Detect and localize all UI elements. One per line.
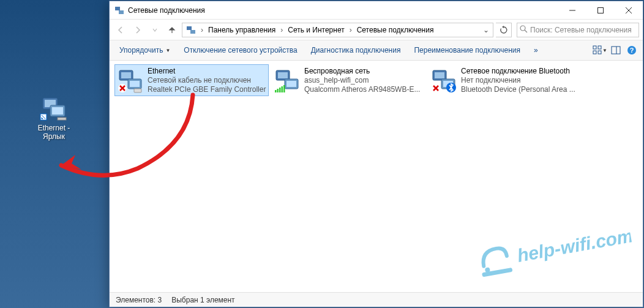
content-area[interactable]: Ethernet Сетевой кабель не подключен Rea…: [110, 61, 643, 292]
window-title: Сетевые подключения: [128, 6, 205, 15]
network-adapter-icon: [39, 92, 69, 121]
diagnose-button[interactable]: Диагностика подключения: [305, 42, 407, 59]
svg-rect-3: [52, 107, 63, 115]
connection-device: Bluetooth Device (Personal Area ...: [461, 85, 580, 94]
svg-rect-12: [187, 26, 192, 30]
svg-rect-27: [130, 81, 140, 87]
svg-rect-31: [134, 89, 141, 92]
shortcut-label: Ethernet - Ярлык: [31, 124, 77, 141]
preview-pane-button[interactable]: [608, 43, 623, 58]
svg-rect-6: [115, 7, 120, 10]
network-connections-window: Сетевые подключения › Пане: [109, 1, 643, 307]
connection-wifi[interactable]: Беспроводная сеть asus_help-wifi_com Qua…: [271, 64, 425, 96]
connection-name: Ethernet: [148, 67, 266, 76]
status-bar: Элементов: 3 Выбран 1 элемент: [110, 292, 643, 307]
svg-rect-13: [190, 30, 195, 34]
svg-rect-38: [279, 88, 281, 92]
up-button[interactable]: [165, 23, 179, 37]
svg-rect-36: [275, 90, 277, 92]
refresh-button[interactable]: [496, 23, 512, 37]
bluetooth-adapter-icon: [430, 67, 457, 94]
search-placeholder: Поиск: Сетевые подключения: [530, 26, 632, 34]
maximize-button[interactable]: [586, 1, 615, 19]
close-button[interactable]: [615, 1, 643, 19]
chevron-down-icon: ▼: [602, 48, 607, 53]
chevron-right-icon[interactable]: ›: [348, 26, 353, 34]
minimize-button[interactable]: [558, 1, 586, 19]
svg-rect-17: [598, 46, 601, 49]
breadcrumb-bar[interactable]: › Панель управления › Сеть и Интернет › …: [182, 23, 493, 37]
connection-name: Беспроводная сеть: [304, 67, 423, 76]
svg-rect-35: [286, 81, 296, 87]
connection-status: asus_help-wifi_com: [304, 76, 423, 85]
svg-rect-20: [612, 47, 620, 54]
back-button[interactable]: [113, 23, 128, 37]
recent-dropdown[interactable]: [148, 23, 162, 37]
svg-rect-39: [282, 86, 283, 92]
svg-rect-37: [277, 89, 279, 92]
status-element-count: Элементов: 3: [116, 296, 162, 304]
forward-button[interactable]: [130, 23, 145, 37]
connection-ethernet[interactable]: Ethernet Сетевой кабель не подключен Rea…: [114, 64, 269, 96]
svg-rect-40: [283, 85, 285, 92]
breadcrumb-network-internet[interactable]: Сеть и Интернет: [285, 23, 346, 37]
address-row: › Панель управления › Сеть и Интернет › …: [110, 20, 643, 40]
disable-device-button[interactable]: Отключение сетевого устройства: [178, 42, 303, 59]
connection-device: Qualcomm Atheros AR9485WB-E...: [304, 85, 423, 94]
connection-status: Нет подключения: [461, 76, 580, 85]
svg-text:?: ?: [630, 47, 634, 54]
connection-name: Сетевое подключение Bluetooth: [461, 67, 580, 76]
connection-device: Realtek PCIe GBE Family Controller: [148, 85, 266, 94]
svg-rect-18: [593, 51, 596, 54]
svg-rect-4: [58, 118, 66, 120]
more-commands-button[interactable]: »: [528, 42, 544, 59]
svg-point-14: [520, 26, 525, 31]
svg-rect-9: [598, 7, 604, 13]
organize-button[interactable]: Упорядочить ▼: [113, 42, 176, 59]
search-icon: [520, 25, 528, 35]
wifi-adapter-icon: [274, 67, 301, 94]
svg-rect-7: [119, 10, 124, 14]
svg-line-15: [525, 30, 527, 32]
connection-status: Сетевой кабель не подключен: [148, 76, 266, 85]
titlebar[interactable]: Сетевые подключения: [110, 1, 643, 20]
svg-rect-42: [435, 72, 444, 78]
rename-button[interactable]: Переименование подключения: [408, 42, 526, 59]
breadcrumb-icon[interactable]: [184, 23, 198, 37]
search-box[interactable]: Поиск: Сетевые подключения: [517, 23, 639, 37]
chevron-down-icon: ▼: [165, 48, 170, 53]
svg-rect-19: [598, 51, 601, 54]
svg-rect-25: [121, 72, 131, 78]
chevron-right-icon[interactable]: ›: [279, 26, 284, 34]
ethernet-adapter-icon: [117, 67, 144, 94]
svg-rect-16: [593, 46, 596, 49]
command-bar: Упорядочить ▼ Отключение сетевого устрой…: [110, 40, 643, 61]
view-icons-button[interactable]: ▼: [593, 43, 607, 58]
connection-bluetooth[interactable]: Сетевое подключение Bluetooth Нет подклю…: [428, 64, 582, 96]
breadcrumb-network-connections[interactable]: Сетевые подключения: [354, 23, 436, 37]
network-connections-icon: [114, 6, 124, 15]
status-selected-count: Выбран 1 элемент: [171, 296, 234, 304]
breadcrumb-control-panel[interactable]: Панель управления: [206, 23, 278, 37]
help-button[interactable]: ?: [624, 43, 639, 58]
desktop-shortcut-ethernet[interactable]: Ethernet - Ярлык: [31, 92, 77, 141]
svg-rect-33: [278, 72, 288, 78]
address-dropdown[interactable]: ⌄: [481, 26, 492, 34]
chevron-right-icon[interactable]: ›: [200, 26, 204, 34]
